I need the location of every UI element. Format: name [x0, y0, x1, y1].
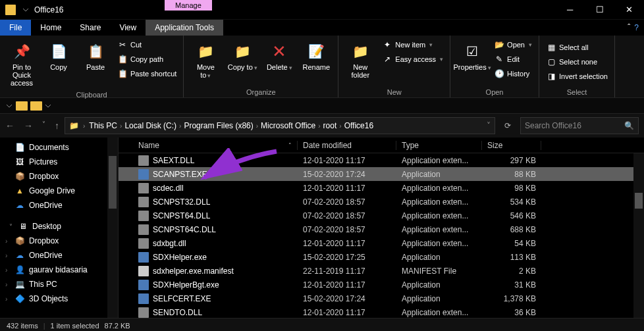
pin-quick-access-button[interactable]: 📌Pin to Quick access	[5, 38, 38, 89]
file-row[interactable]: SDXHelper.exe15-02-2020 17:25Application…	[119, 250, 644, 264]
sidebar-scrollbar[interactable]	[107, 138, 118, 318]
properties-button[interactable]: ☑Properties▾	[456, 38, 489, 80]
file-row[interactable]: SCNPST64C.DLL07-02-2020 18:57Application…	[119, 222, 644, 236]
item-label: Google Drive	[29, 186, 75, 195]
select-none-button[interactable]: ▢Select none	[545, 55, 609, 68]
paste-shortcut-button[interactable]: 📋Paste shortcut	[116, 67, 178, 80]
chevron-icon[interactable]: ›	[5, 238, 7, 245]
open-icon: 📂	[494, 39, 504, 50]
down-icon[interactable]	[21, 5, 30, 14]
list-scrollbar[interactable]	[633, 153, 644, 318]
invert-selection-button[interactable]: ◨Invert selection	[545, 70, 609, 83]
new-folder-button[interactable]: 📁New folder	[344, 38, 377, 82]
sidebar-item[interactable]: 🖼Pictures	[0, 155, 118, 169]
qat-chevron-icon[interactable]	[5, 102, 13, 110]
breadcrumb-item[interactable]: This PC	[89, 121, 117, 130]
refresh-button[interactable]: ⟳	[500, 121, 515, 130]
chevron-icon[interactable]: ›	[5, 295, 7, 303]
item-label: Documents	[29, 143, 69, 152]
file-icon	[138, 252, 149, 263]
file-size: 546 KB	[482, 211, 541, 220]
sidebar-item[interactable]: ›☁OneDrive	[0, 248, 118, 263]
qat-dropdown-icon[interactable]	[45, 103, 51, 109]
back-button[interactable]: ←	[5, 120, 14, 131]
tab-home[interactable]: Home	[31, 20, 70, 36]
move-to-button[interactable]: 📁Move to▾	[189, 38, 222, 82]
chevron-icon[interactable]: ›	[5, 252, 7, 259]
qat-folder-icon[interactable]	[16, 101, 28, 111]
column-name[interactable]: Name˄	[133, 141, 298, 150]
breadcrumb-item[interactable]: Program Files (x86)	[184, 121, 253, 130]
search-input[interactable]: Search Office16 🔍	[520, 117, 639, 134]
help-icon[interactable]: ?	[634, 23, 639, 32]
file-row[interactable]: SENDTO.DLL12-01-2020 11:17Application ex…	[119, 305, 644, 319]
column-size[interactable]: Size	[482, 141, 541, 150]
file-row[interactable]: SELFCERT.EXE15-02-2020 17:24Application1…	[119, 292, 644, 305]
sidebar-item[interactable]: ›💻This PC	[0, 277, 118, 292]
breadcrumb-item[interactable]: Local Disk (C:)	[124, 121, 176, 130]
breadcrumb[interactable]: 📁 › This PC›Local Disk (C:)›Program File…	[65, 117, 495, 134]
breadcrumb-item[interactable]: root	[323, 121, 337, 130]
sidebar-item[interactable]: ›📦Dropbox	[0, 234, 118, 248]
easy-access-button[interactable]: ↗Easy access▾	[381, 53, 444, 66]
breadcrumb-dropdown-icon[interactable]: ˅	[487, 121, 491, 130]
sidebar-item[interactable]: ›🔷3D Objects	[0, 292, 118, 306]
paste-button[interactable]: 📋Paste	[79, 38, 112, 89]
item-label: Dropbox	[29, 236, 59, 245]
file-row[interactable]: SAEXT.DLL12-01-2020 11:17Application ext…	[119, 153, 644, 167]
delete-button[interactable]: ✕Delete▾	[263, 38, 296, 82]
up-button[interactable]: ↑	[55, 120, 59, 131]
forward-button[interactable]: →	[24, 120, 33, 131]
maximize-button[interactable]: ☐	[585, 0, 614, 20]
recent-dropdown[interactable]: ˅	[42, 120, 45, 131]
file-date: 12-01-2020 11:17	[298, 280, 396, 290]
sidebar-item[interactable]: ›👤gaurav bidasaria	[0, 263, 118, 277]
file-row[interactable]: sdxbgt.dll12-01-2020 11:17Application ex…	[119, 236, 644, 250]
tab-view[interactable]: View	[110, 20, 146, 36]
rename-button[interactable]: 📝Rename	[300, 38, 333, 82]
chevron-icon[interactable]: ˅	[9, 223, 13, 230]
edit-button[interactable]: ✎Edit	[493, 53, 533, 66]
file-date: 12-01-2020 11:17	[298, 156, 396, 165]
open-button[interactable]: 📂Open▾	[493, 38, 533, 51]
breadcrumb-item[interactable]: Microsoft Office	[261, 121, 315, 130]
history-icon: 🕑	[494, 68, 504, 79]
cut-button[interactable]: ✂Cut	[116, 38, 178, 51]
tab-share[interactable]: Share	[70, 20, 110, 36]
minimize-button[interactable]: ─	[555, 0, 585, 20]
sidebar-desktop[interactable]: ˅🖥Desktop	[0, 219, 118, 234]
breadcrumb-item[interactable]: Office16	[344, 121, 373, 130]
file-type: Application	[396, 170, 482, 179]
close-button[interactable]: ✕	[614, 0, 644, 20]
file-row[interactable]: scdec.dll12-01-2020 11:17Application ext…	[119, 181, 644, 195]
chevron-icon[interactable]: ›	[5, 281, 7, 288]
context-tab[interactable]: Manage	[165, 0, 212, 11]
column-type[interactable]: Type	[396, 141, 482, 150]
file-name: SCANPST.EXE	[153, 170, 207, 179]
sidebar-item[interactable]: 📄Documents	[0, 140, 118, 155]
sidebar-item[interactable]: 📦Dropbox	[0, 169, 118, 184]
file-row[interactable]: SCANPST.EXE15-02-2020 17:24Application88…	[119, 167, 644, 181]
status-size: 87.2 KB	[105, 322, 130, 330]
file-row[interactable]: SCNPST32.DLL07-02-2020 18:57Application …	[119, 195, 644, 209]
column-date[interactable]: Date modified	[298, 141, 396, 150]
chevron-icon[interactable]: ›	[5, 267, 7, 274]
new-item-button[interactable]: ✦New item▾	[381, 38, 444, 51]
ribbon-collapse-icon[interactable]: ˆ	[628, 23, 630, 32]
search-icon[interactable]: 🔍	[624, 121, 634, 130]
sidebar-item[interactable]: ▲Google Drive	[0, 184, 118, 198]
tab-file[interactable]: File	[0, 20, 31, 36]
file-row[interactable]: SDXHelperBgt.exe12-01-2020 11:17Applicat…	[119, 278, 644, 292]
select-all-button[interactable]: ▦Select all	[545, 41, 609, 54]
qat-folder-icon[interactable]	[30, 101, 42, 111]
copy-path-button[interactable]: 📋Copy path	[116, 53, 178, 66]
copy-button[interactable]: 📄Copy	[42, 38, 75, 89]
copy-to-button[interactable]: 📁Copy to▾	[226, 38, 259, 82]
tab-application-tools[interactable]: Application Tools	[146, 20, 223, 36]
new-folder-icon: 📁	[350, 41, 371, 62]
file-row[interactable]: SCNPST64.DLL07-02-2020 18:57Application …	[119, 209, 644, 222]
file-row[interactable]: sdxhelper.exe.manifest22-11-2019 11:17MA…	[119, 264, 644, 278]
sidebar-item[interactable]: ☁OneDrive	[0, 198, 118, 213]
file-icon	[138, 211, 149, 221]
history-button[interactable]: 🕑History	[493, 67, 533, 80]
